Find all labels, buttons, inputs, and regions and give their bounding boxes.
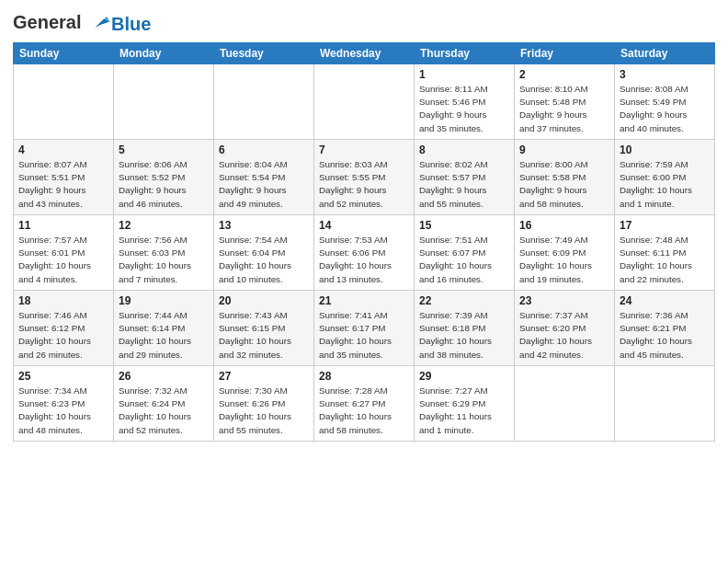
calendar-cell: 2Sunrise: 8:10 AM Sunset: 5:48 PM Daylig… <box>515 64 615 140</box>
day-number: 8 <box>419 144 509 156</box>
day-info: Sunrise: 7:41 AM Sunset: 6:17 PM Dayligh… <box>319 309 409 362</box>
calendar-cell: 14Sunrise: 7:53 AM Sunset: 6:06 PM Dayli… <box>314 215 415 291</box>
calendar-cell: 4Sunrise: 8:07 AM Sunset: 5:51 PM Daylig… <box>14 140 114 215</box>
calendar-cell <box>14 64 114 140</box>
logo-bird-icon <box>89 13 111 35</box>
week-row-2: 11Sunrise: 7:57 AM Sunset: 6:01 PM Dayli… <box>14 215 715 291</box>
calendar-cell <box>515 366 615 442</box>
calendar-cell: 3Sunrise: 8:08 AM Sunset: 5:49 PM Daylig… <box>615 64 715 140</box>
day-number: 2 <box>519 68 609 81</box>
calendar-cell: 25Sunrise: 7:34 AM Sunset: 6:23 PM Dayli… <box>14 366 114 442</box>
day-number: 21 <box>319 294 409 307</box>
day-info: Sunrise: 7:27 AM Sunset: 6:29 PM Dayligh… <box>419 385 509 437</box>
day-info: Sunrise: 7:43 AM Sunset: 6:15 PM Dayligh… <box>219 309 309 362</box>
calendar-cell: 28Sunrise: 7:28 AM Sunset: 6:27 PM Dayli… <box>314 366 415 442</box>
week-row-4: 25Sunrise: 7:34 AM Sunset: 6:23 PM Dayli… <box>14 366 715 442</box>
day-info: Sunrise: 7:39 AM Sunset: 6:18 PM Dayligh… <box>419 309 509 362</box>
day-number: 7 <box>319 144 409 156</box>
day-number: 24 <box>620 294 710 307</box>
day-info: Sunrise: 7:54 AM Sunset: 6:04 PM Dayligh… <box>219 234 309 286</box>
calendar-cell: 8Sunrise: 8:02 AM Sunset: 5:57 PM Daylig… <box>415 140 515 215</box>
weekday-header-friday: Friday <box>515 43 615 64</box>
calendar-cell: 6Sunrise: 8:04 AM Sunset: 5:54 PM Daylig… <box>214 140 314 215</box>
day-info: Sunrise: 8:10 AM Sunset: 5:48 PM Dayligh… <box>519 83 609 135</box>
weekday-header-tuesday: Tuesday <box>214 43 314 64</box>
day-number: 6 <box>219 144 309 156</box>
day-number: 4 <box>18 144 108 156</box>
day-info: Sunrise: 8:07 AM Sunset: 5:51 PM Dayligh… <box>18 158 108 211</box>
day-info: Sunrise: 8:00 AM Sunset: 5:58 PM Dayligh… <box>519 158 609 211</box>
day-number: 25 <box>18 370 108 383</box>
day-number: 18 <box>18 294 108 307</box>
weekday-header-monday: Monday <box>114 43 214 64</box>
calendar-cell <box>615 366 715 442</box>
day-info: Sunrise: 8:04 AM Sunset: 5:54 PM Dayligh… <box>219 158 309 211</box>
calendar-cell: 13Sunrise: 7:54 AM Sunset: 6:04 PM Dayli… <box>214 215 314 291</box>
week-row-0: 1Sunrise: 8:11 AM Sunset: 5:46 PM Daylig… <box>14 64 715 140</box>
calendar-cell: 24Sunrise: 7:36 AM Sunset: 6:21 PM Dayli… <box>615 291 715 366</box>
weekday-header-thursday: Thursday <box>415 43 515 64</box>
calendar-cell: 27Sunrise: 7:30 AM Sunset: 6:26 PM Dayli… <box>214 366 314 442</box>
calendar-cell: 9Sunrise: 8:00 AM Sunset: 5:58 PM Daylig… <box>515 140 615 215</box>
calendar-cell: 1Sunrise: 8:11 AM Sunset: 5:46 PM Daylig… <box>415 64 515 140</box>
day-number: 13 <box>219 219 309 232</box>
day-number: 28 <box>319 370 409 383</box>
day-number: 26 <box>119 370 209 383</box>
day-number: 1 <box>419 68 509 81</box>
day-number: 3 <box>620 68 710 81</box>
day-number: 16 <box>519 219 609 232</box>
day-info: Sunrise: 7:37 AM Sunset: 6:20 PM Dayligh… <box>519 309 609 362</box>
calendar-cell: 11Sunrise: 7:57 AM Sunset: 6:01 PM Dayli… <box>14 215 114 291</box>
day-info: Sunrise: 7:59 AM Sunset: 6:00 PM Dayligh… <box>620 158 710 211</box>
day-info: Sunrise: 7:51 AM Sunset: 6:07 PM Dayligh… <box>419 234 509 286</box>
logo: General Blue <box>13 13 151 35</box>
day-number: 29 <box>419 370 509 383</box>
calendar-cell: 7Sunrise: 8:03 AM Sunset: 5:55 PM Daylig… <box>314 140 415 215</box>
calendar-cell: 23Sunrise: 7:37 AM Sunset: 6:20 PM Dayli… <box>515 291 615 366</box>
day-info: Sunrise: 7:57 AM Sunset: 6:01 PM Dayligh… <box>18 234 108 286</box>
calendar-cell: 26Sunrise: 7:32 AM Sunset: 6:24 PM Dayli… <box>114 366 214 442</box>
weekday-header-wednesday: Wednesday <box>314 43 415 64</box>
calendar-cell: 18Sunrise: 7:46 AM Sunset: 6:12 PM Dayli… <box>14 291 114 366</box>
calendar-cell: 19Sunrise: 7:44 AM Sunset: 6:14 PM Dayli… <box>114 291 214 366</box>
calendar-cell <box>114 64 214 140</box>
day-number: 5 <box>119 144 209 156</box>
day-info: Sunrise: 7:46 AM Sunset: 6:12 PM Dayligh… <box>18 309 108 362</box>
day-number: 22 <box>419 294 509 307</box>
day-info: Sunrise: 7:36 AM Sunset: 6:21 PM Dayligh… <box>620 309 710 362</box>
weekday-header-saturday: Saturday <box>615 43 715 64</box>
day-number: 20 <box>219 294 309 307</box>
day-number: 19 <box>119 294 209 307</box>
day-info: Sunrise: 7:30 AM Sunset: 6:26 PM Dayligh… <box>219 385 309 437</box>
day-info: Sunrise: 7:56 AM Sunset: 6:03 PM Dayligh… <box>119 234 209 286</box>
week-row-3: 18Sunrise: 7:46 AM Sunset: 6:12 PM Dayli… <box>14 291 715 366</box>
calendar-table: SundayMondayTuesdayWednesdayThursdayFrid… <box>13 42 715 442</box>
day-number: 9 <box>519 144 609 156</box>
day-info: Sunrise: 8:06 AM Sunset: 5:52 PM Dayligh… <box>119 158 209 211</box>
day-number: 17 <box>620 219 710 232</box>
calendar-cell: 29Sunrise: 7:27 AM Sunset: 6:29 PM Dayli… <box>415 366 515 442</box>
day-info: Sunrise: 8:11 AM Sunset: 5:46 PM Dayligh… <box>419 83 509 135</box>
day-info: Sunrise: 7:44 AM Sunset: 6:14 PM Dayligh… <box>119 309 209 362</box>
day-info: Sunrise: 8:02 AM Sunset: 5:57 PM Dayligh… <box>419 158 509 211</box>
calendar-cell: 17Sunrise: 7:48 AM Sunset: 6:11 PM Dayli… <box>615 215 715 291</box>
day-number: 10 <box>620 144 710 156</box>
weekday-header-sunday: Sunday <box>14 43 114 64</box>
calendar-cell: 12Sunrise: 7:56 AM Sunset: 6:03 PM Dayli… <box>114 215 214 291</box>
day-info: Sunrise: 7:48 AM Sunset: 6:11 PM Dayligh… <box>620 234 710 286</box>
calendar-cell: 15Sunrise: 7:51 AM Sunset: 6:07 PM Dayli… <box>415 215 515 291</box>
day-info: Sunrise: 7:32 AM Sunset: 6:24 PM Dayligh… <box>119 385 209 437</box>
calendar-cell: 22Sunrise: 7:39 AM Sunset: 6:18 PM Dayli… <box>415 291 515 366</box>
day-info: Sunrise: 7:53 AM Sunset: 6:06 PM Dayligh… <box>319 234 409 286</box>
weekday-header-row: SundayMondayTuesdayWednesdayThursdayFrid… <box>14 43 715 64</box>
day-number: 23 <box>519 294 609 307</box>
day-info: Sunrise: 7:34 AM Sunset: 6:23 PM Dayligh… <box>18 385 108 437</box>
calendar-cell <box>314 64 415 140</box>
page-container: General Blue SundayMondayTuesdayWednesda… <box>0 0 728 447</box>
logo-blue: Blue <box>111 15 151 33</box>
header: General Blue <box>13 9 715 35</box>
day-info: Sunrise: 8:08 AM Sunset: 5:49 PM Dayligh… <box>620 83 710 135</box>
day-info: Sunrise: 7:28 AM Sunset: 6:27 PM Dayligh… <box>319 385 409 437</box>
calendar-cell: 20Sunrise: 7:43 AM Sunset: 6:15 PM Dayli… <box>214 291 314 366</box>
calendar-cell <box>214 64 314 140</box>
